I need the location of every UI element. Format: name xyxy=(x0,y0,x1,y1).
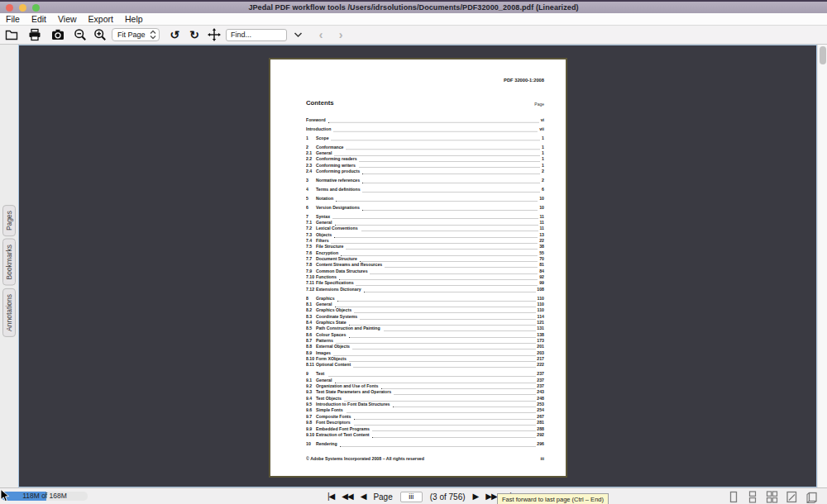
toc-entry-number: 7.6 xyxy=(306,250,316,255)
rotate-cw-button[interactable]: ↻ xyxy=(188,27,201,42)
toc-entry-number: 7.4 xyxy=(306,238,316,243)
toc-entry: 8.11 Optional Content 222 xyxy=(306,363,544,368)
menu-item[interactable]: Help xyxy=(125,14,143,24)
toc-entry-title: Common Data Structures xyxy=(316,269,368,273)
toc-entry-title: Foreword xyxy=(306,117,326,122)
toc-entry-number: 2 xyxy=(306,145,316,150)
toc-entry-page: 296 xyxy=(537,441,544,446)
scrollbar-thumb[interactable] xyxy=(820,46,826,64)
toc-entry: 7.9 Common Data Structures 84 xyxy=(306,269,544,274)
toc-entry-title: Graphics xyxy=(316,296,335,301)
toc-leader-dots xyxy=(353,424,536,426)
toc-entry-title: Colour Spaces xyxy=(316,332,346,337)
page-label: Page xyxy=(373,492,392,502)
toc-entry-title: Extraction of Text Content xyxy=(316,432,370,437)
toc-entry-number: 5 xyxy=(306,196,316,201)
toc-entry-title: Images xyxy=(316,350,331,355)
toc-entry: 7.1 General 11 xyxy=(306,220,544,226)
single-page-mode-icon[interactable] xyxy=(728,491,739,503)
toc-entry-title: Lexical Conventions xyxy=(316,226,358,231)
find-input[interactable] xyxy=(226,29,287,41)
toc-leader-dots xyxy=(349,360,535,362)
toc-list: Foreword vi Introduction vii xyxy=(306,117,544,447)
first-page-button[interactable]: |◀ xyxy=(327,492,334,501)
pageflow-mode-icon[interactable] xyxy=(805,491,819,503)
previous-page-button[interactable]: ◀ xyxy=(361,492,366,501)
toc-entry-title: Conforming writers xyxy=(316,163,356,168)
toc-entry-page: 110 xyxy=(538,296,544,301)
toc-entry-number: 7.1 xyxy=(306,220,316,225)
menu-item[interactable]: Export xyxy=(88,14,113,24)
page-number-input[interactable] xyxy=(400,492,423,502)
sidebar-tab[interactable]: Pages xyxy=(2,205,16,236)
zoom-in-button[interactable] xyxy=(93,27,107,42)
rewind-button[interactable]: ◀◀ xyxy=(342,492,352,501)
toc-entry-number: 7.5 xyxy=(306,245,316,250)
toc-entry-page: 222 xyxy=(537,363,544,368)
menu-item[interactable]: Edit xyxy=(31,14,46,24)
toc-leader-dots xyxy=(360,160,540,162)
toc-entry-title: General xyxy=(316,220,332,225)
toc-leader-dots xyxy=(349,324,536,326)
toc-entry: 7.11 File Specifications 99 xyxy=(306,281,544,287)
menu-item[interactable]: File xyxy=(6,14,20,24)
toc-entry-number: 2.2 xyxy=(306,157,316,162)
toc-entry: 6 Version Designations 10 xyxy=(306,205,544,211)
toc-entry-page: 267 xyxy=(537,414,544,419)
toc-entry-page: 13 xyxy=(539,232,544,237)
open-button[interactable] xyxy=(5,27,18,42)
print-button[interactable] xyxy=(28,27,41,42)
next-page-button[interactable]: ▶ xyxy=(473,492,479,501)
toc-entry-page: vi xyxy=(541,117,544,122)
toc-entry-title: Filters xyxy=(316,238,329,243)
zoom-mode-select[interactable]: Fit Page xyxy=(112,28,160,41)
toc-entry-number: 7.9 xyxy=(306,269,316,273)
toc-entry-title: Composite Fonts xyxy=(316,414,351,419)
search-next-button[interactable]: › xyxy=(334,27,347,42)
toc-entry-page: 38 xyxy=(539,245,544,250)
search-previous-button[interactable]: ‹ xyxy=(314,27,327,42)
toc-entry-page: 2 xyxy=(542,169,544,174)
toc-entry-page: 237 xyxy=(537,383,544,388)
sidebar-tab[interactable]: Annotations xyxy=(2,288,16,337)
toc-leader-dots xyxy=(339,278,538,280)
toc-entry-page: 1 xyxy=(542,163,544,168)
facing-mode-icon[interactable] xyxy=(786,491,798,503)
toc-entry-page: 281 xyxy=(537,420,544,425)
toc-entry-title: Conforming readers xyxy=(316,157,357,162)
toc-entry: 9.8 Font Descriptors 281 xyxy=(306,420,544,426)
toc-entry-number: 9.2 xyxy=(306,383,316,388)
toc-entry: 7.6 Encryption 55 xyxy=(306,250,544,256)
continuous-mode-icon[interactable] xyxy=(747,491,758,503)
toc-entry: 7.3 Objects 13 xyxy=(306,232,544,238)
toc-entry: 9.6 Simple Fonts 254 xyxy=(306,408,544,414)
menu-item[interactable]: View xyxy=(58,14,77,24)
fast-forward-button[interactable]: ▶▶ xyxy=(485,492,496,501)
rotate-ccw-button[interactable]: ↺ xyxy=(168,27,181,42)
toc-entry-title: File Structure xyxy=(316,245,343,250)
vertical-scrollbar[interactable] xyxy=(817,45,827,487)
sidebar-tab[interactable]: Bookmarks xyxy=(2,239,16,286)
toc-entry-page: 114 xyxy=(538,314,544,319)
toc-entry-number: 9 xyxy=(306,372,316,377)
toc-leader-dots xyxy=(336,342,536,344)
toc-entry-number: 7.10 xyxy=(306,274,316,279)
find-dropdown-button[interactable] xyxy=(291,27,304,42)
continuous-facing-mode-icon[interactable] xyxy=(766,491,778,503)
toc-entry: 8.8 External Objects 201 xyxy=(306,345,544,350)
toc-entry-number: 7.12 xyxy=(306,287,316,292)
pan-tool-button[interactable] xyxy=(208,27,221,42)
toc-entry-page: 237 xyxy=(537,378,544,383)
toc-entry-title: Normative references xyxy=(316,178,360,183)
toc-leader-dots xyxy=(370,272,538,273)
toc-entry: 9.4 Text Objects 248 xyxy=(306,396,544,402)
snapshot-button[interactable] xyxy=(51,27,65,42)
zoom-out-button[interactable] xyxy=(74,27,87,42)
toc-entry-number: 8.7 xyxy=(306,338,316,343)
toc-entry-title: Rendering xyxy=(316,441,337,446)
toc-entry-page: 1 xyxy=(542,150,544,155)
toc-entry-title: Patterns xyxy=(316,338,333,343)
toc-leader-dots xyxy=(336,199,538,201)
toc-entry-number: 7.2 xyxy=(306,226,316,231)
toc-entry: 9.9 Embedded Font Programs 288 xyxy=(306,426,544,432)
